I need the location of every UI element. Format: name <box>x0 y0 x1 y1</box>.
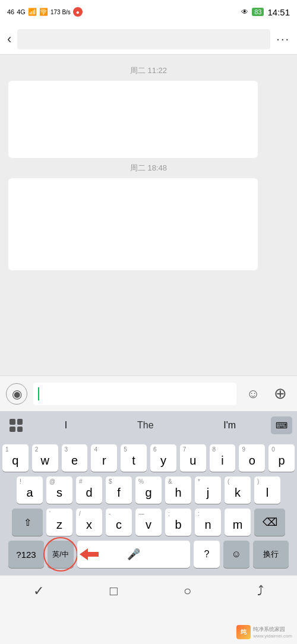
emoji-keyboard-icon: ☺ <box>232 549 241 560</box>
message-bubble-1 <box>8 81 258 158</box>
key-r-hint: 4 <box>94 446 97 453</box>
space-mic-icon: 🎤 <box>127 548 140 561</box>
autocomplete-suggestions: I The I'm <box>30 418 271 433</box>
time-display: 14:51 <box>267 7 290 17</box>
key-h-char: h <box>175 487 181 498</box>
plus-icon: ⊕ <box>274 384 287 403</box>
nav-circle-button[interactable]: ○ <box>184 583 191 599</box>
nav-check-button[interactable]: ✓ <box>33 583 44 599</box>
key-a-char: a <box>26 487 33 498</box>
key-d[interactable]: # d <box>76 476 102 504</box>
emoji-keyboard-key[interactable]: ☺ <box>223 541 249 568</box>
key-h[interactable]: & h <box>165 476 191 504</box>
key-m-char: m <box>233 519 243 531</box>
key-z[interactable]: ' z <box>46 509 72 536</box>
grid-icon <box>10 419 23 432</box>
suggestion-Im[interactable]: I'm <box>219 418 241 433</box>
text-cursor <box>38 387 39 400</box>
key-x[interactable]: / x <box>76 509 102 536</box>
key-g-hint: % <box>138 478 144 485</box>
key-n[interactable]: : n <box>195 509 221 536</box>
key-y-hint: 6 <box>153 446 157 453</box>
circle-icon: ○ <box>184 583 191 599</box>
lang-switch-key[interactable]: 英/中 <box>48 541 74 568</box>
signal-bars: 📶 <box>28 8 37 16</box>
check-icon: ✓ <box>33 583 44 599</box>
key-t-hint: 5 <box>124 446 127 453</box>
num-label: ?123 <box>16 550 36 560</box>
key-g-char: g <box>145 487 151 498</box>
key-y[interactable]: 6 y <box>150 444 176 472</box>
signal-4g2: 4G <box>17 8 26 15</box>
key-r-char: r <box>102 454 106 466</box>
keyboard-row-2: ! a @ s # d $ f % g & h * j ( k <box>2 476 295 504</box>
key-j-char: j <box>207 487 209 498</box>
square-icon: □ <box>110 583 118 599</box>
key-l-char: l <box>266 487 268 498</box>
keyboard-row-3: ⇧ ' z / x - c — v ; b : n m ⌫ <box>2 509 295 536</box>
key-t[interactable]: 5 t <box>121 444 147 472</box>
key-c-hint: - <box>109 510 110 517</box>
key-i-char: i <box>221 454 223 466</box>
status-bar: 46 4G 📶 🛜 173 B/s ● 👁 83 14:51 <box>0 0 297 24</box>
key-l[interactable]: ) l <box>254 476 280 504</box>
more-button[interactable]: ··· <box>276 32 290 46</box>
autocomplete-bar: I The I'm ⌨ <box>0 411 297 440</box>
keyboard-grid-button[interactable] <box>5 414 27 437</box>
return-key[interactable]: 换行 <box>253 541 289 568</box>
key-j[interactable]: * j <box>195 476 221 504</box>
key-e[interactable]: 3 e <box>62 444 88 472</box>
key-x-hint: / <box>79 510 81 517</box>
keyboard-row-4: ?123 英/中 🎤 ? ☺ 换行 <box>2 541 295 568</box>
lang-label: 英/中 <box>52 550 68 560</box>
key-m[interactable]: m <box>225 509 251 536</box>
key-x-char: x <box>86 519 92 531</box>
text-input[interactable] <box>33 383 236 405</box>
question-key[interactable]: ? <box>194 541 220 568</box>
key-r[interactable]: 4 r <box>91 444 117 472</box>
key-w-hint: 2 <box>35 446 39 453</box>
key-g[interactable]: % g <box>135 476 162 504</box>
collapse-keyboard-button[interactable]: ⌨ <box>271 416 292 434</box>
key-a-hint: ! <box>20 478 21 485</box>
network-info: 46 4G 📶 🛜 173 B/s ● <box>7 7 83 17</box>
voice-button[interactable]: ◉ <box>6 383 27 405</box>
key-w-char: w <box>40 454 49 466</box>
nav-square-button[interactable]: □ <box>110 583 118 599</box>
key-q-hint: 1 <box>5 446 9 453</box>
nav-share-button[interactable]: ⤴ <box>257 583 264 599</box>
key-a[interactable]: ! a <box>17 476 43 504</box>
collapse-icon: ⌨ <box>276 421 287 430</box>
back-button[interactable]: ‹ <box>7 31 11 47</box>
key-o[interactable]: 9 o <box>239 444 265 472</box>
key-z-char: z <box>56 519 62 531</box>
plus-button[interactable]: ⊕ <box>270 383 291 405</box>
wifi-icon: 🛜 <box>39 8 48 16</box>
key-u[interactable]: 7 u <box>180 444 206 472</box>
key-w[interactable]: 2 w <box>32 444 58 472</box>
key-i[interactable]: 8 i <box>210 444 236 472</box>
suggestion-I[interactable]: I <box>60 418 72 433</box>
watermark: 纯 纯净系统家园 www.yidaimei.com <box>236 625 292 639</box>
backspace-key[interactable]: ⌫ <box>254 509 285 536</box>
key-p[interactable]: 0 p <box>268 444 295 472</box>
suggestion-The[interactable]: The <box>132 418 159 433</box>
key-b[interactable]: ; b <box>165 509 191 536</box>
key-k[interactable]: ( k <box>225 476 251 504</box>
key-f[interactable]: $ f <box>106 476 132 504</box>
shift-key[interactable]: ⇧ <box>12 509 43 536</box>
key-s[interactable]: @ s <box>46 476 72 504</box>
timestamp-2: 周二 18:48 <box>0 163 297 173</box>
keyboard-row-1: 1 q 2 w 3 e 4 r 5 t 6 y 7 u 8 i <box>2 444 295 472</box>
key-q[interactable]: 1 q <box>2 444 29 472</box>
num-key[interactable]: ?123 <box>8 541 44 568</box>
key-d-hint: # <box>79 478 83 485</box>
emoji-button[interactable]: ☺ <box>242 383 264 405</box>
key-o-hint: 9 <box>242 446 245 453</box>
watermark-logo: 纯 <box>236 625 251 639</box>
key-p-char: p <box>279 454 285 466</box>
key-c[interactable]: - c <box>106 509 132 536</box>
key-v[interactable]: — v <box>135 509 162 536</box>
return-label: 换行 <box>263 549 279 560</box>
input-toolbar: ◉ ☺ ⊕ <box>0 375 297 411</box>
